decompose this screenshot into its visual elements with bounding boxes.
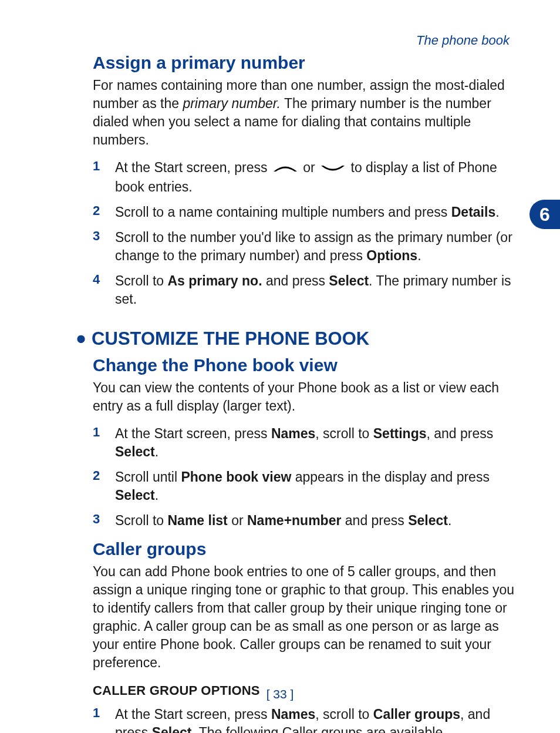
para-change-view-intro: You can view the contents of your Phone …	[93, 379, 515, 415]
step-text: At the Start screen, press or to display…	[115, 159, 515, 196]
ui-label: Name+number	[247, 513, 341, 528]
para-assign-intro: For names containing more than one numbe…	[93, 76, 515, 149]
ui-label: Select	[152, 725, 192, 733]
step-text: Scroll until Phone book view appears in …	[115, 468, 515, 505]
ui-label: As primary no.	[167, 273, 262, 288]
text: .	[155, 444, 158, 459]
heading-caller-groups: Caller groups	[93, 539, 515, 559]
ui-label: Phone book view	[181, 469, 291, 485]
ui-label: Names	[271, 426, 315, 441]
text: CUSTOMIZE THE PHONE BOOK	[92, 328, 369, 349]
step-number: 1	[93, 705, 115, 721]
list-item: 1 At the Start screen, press Names, scro…	[93, 425, 515, 461]
text: .	[417, 248, 421, 263]
step-text: Scroll to the number you'd like to assig…	[115, 228, 515, 265]
step-number: 4	[93, 272, 115, 287]
step-number: 3	[93, 228, 115, 244]
step-number: 2	[93, 203, 115, 218]
text: or	[228, 513, 247, 528]
text: , and press	[427, 426, 494, 441]
heading-customize-phonebook: •CUSTOMIZE THE PHONE BOOK	[76, 328, 515, 349]
steps-caller-group-options: 1 At the Start screen, press Names, scro…	[93, 705, 515, 733]
step-number: 1	[93, 159, 115, 174]
text: appears in the display and press	[291, 469, 490, 485]
text: At the Start screen, press	[115, 707, 271, 722]
para-caller-groups-intro: You can add Phone book entries to one of…	[93, 563, 515, 672]
content-column: Assign a primary number For names contai…	[93, 53, 515, 733]
running-header: The phone book	[416, 33, 510, 48]
list-item: 4 Scroll to As primary no. and press Sel…	[93, 272, 515, 308]
list-item: 3 Scroll to the number you'd like to ass…	[93, 228, 515, 265]
step-text: Scroll to Name list or Name+number and p…	[115, 512, 515, 530]
page-number: [ 33 ]	[0, 687, 560, 701]
text: and press	[262, 273, 329, 288]
ui-label: Options	[366, 248, 417, 263]
step-text: Scroll to As primary no. and press Selec…	[115, 272, 515, 308]
step-text: Scroll to a name containing multiple num…	[115, 203, 515, 221]
step-number: 2	[93, 468, 115, 483]
ui-label: Select	[115, 444, 155, 459]
ui-label: Select	[115, 487, 155, 503]
text: or	[303, 160, 319, 175]
chapter-tab: 6	[529, 200, 560, 229]
ui-label: Details	[451, 204, 495, 220]
ui-label: Select	[408, 513, 448, 528]
term-primary-number: primary number.	[183, 96, 281, 111]
heading-change-view: Change the Phone book view	[93, 355, 515, 375]
text: .	[495, 204, 499, 220]
text: Scroll to the number you'd like to assig…	[115, 230, 512, 263]
text: At the Start screen, press	[115, 426, 271, 441]
ui-label: Select	[329, 273, 369, 288]
text: Scroll to	[115, 513, 167, 528]
text: , scroll to	[315, 426, 373, 441]
ui-label: Settings	[373, 426, 427, 441]
step-text: At the Start screen, press Names, scroll…	[115, 425, 515, 461]
bullet-icon: •	[76, 324, 86, 354]
text: At the Start screen, press	[115, 160, 271, 175]
text: Scroll to	[115, 273, 167, 288]
list-item: 2 Scroll to a name containing multiple n…	[93, 203, 515, 221]
list-item: 1 At the Start screen, press Names, scro…	[93, 705, 515, 733]
list-item: 1 At the Start screen, press or to displ…	[93, 159, 515, 196]
steps-assign-primary: 1 At the Start screen, press or to displ…	[93, 159, 515, 308]
text: and press	[341, 513, 408, 528]
step-text: At the Start screen, press Names, scroll…	[115, 705, 515, 733]
scroll-down-icon	[319, 160, 347, 178]
text: .	[448, 513, 451, 528]
steps-change-view: 1 At the Start screen, press Names, scro…	[93, 425, 515, 530]
step-number: 3	[93, 512, 115, 527]
text: Scroll to a name containing multiple num…	[115, 204, 451, 220]
list-item: 2 Scroll until Phone book view appears i…	[93, 468, 515, 505]
text: , scroll to	[315, 707, 373, 722]
heading-assign-primary: Assign a primary number	[93, 53, 515, 73]
list-item: 3 Scroll to Name list or Name+number and…	[93, 512, 515, 530]
text: Scroll until	[115, 469, 181, 485]
ui-label: Caller groups	[373, 707, 460, 722]
ui-label: Names	[271, 707, 315, 722]
text: .	[155, 487, 158, 503]
ui-label: Name list	[167, 513, 227, 528]
page: The phone book 6 Assign a primary number…	[0, 0, 560, 733]
scroll-up-icon	[271, 160, 299, 178]
step-number: 1	[93, 425, 115, 440]
text: . The following Caller groups are availa…	[191, 725, 446, 733]
